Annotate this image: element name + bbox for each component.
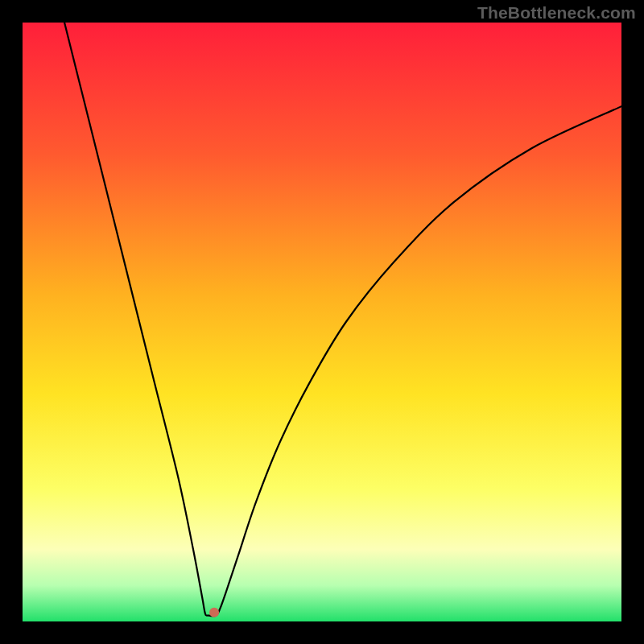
watermark-text: TheBottleneck.com <box>477 3 636 23</box>
bottleneck-chart <box>23 23 621 621</box>
optimum-marker <box>209 608 219 617</box>
gradient-background <box>23 23 621 621</box>
chart-frame <box>23 23 621 621</box>
